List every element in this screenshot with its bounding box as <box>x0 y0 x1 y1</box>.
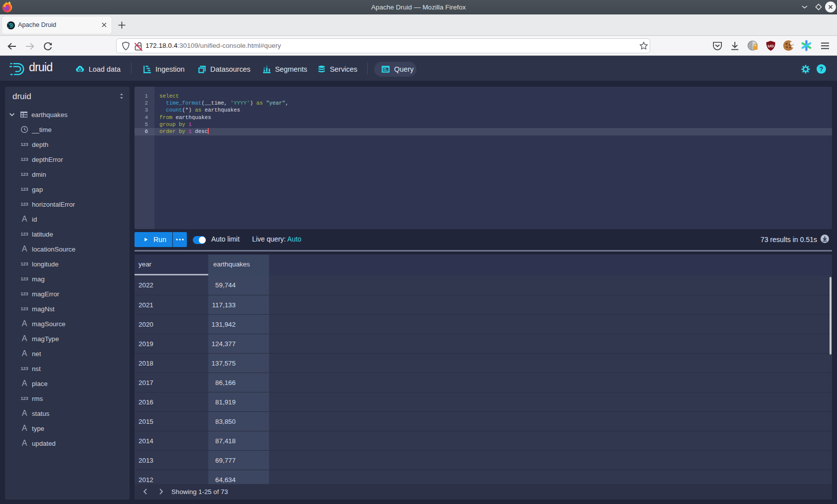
svg-text:UO: UO <box>768 44 774 48</box>
